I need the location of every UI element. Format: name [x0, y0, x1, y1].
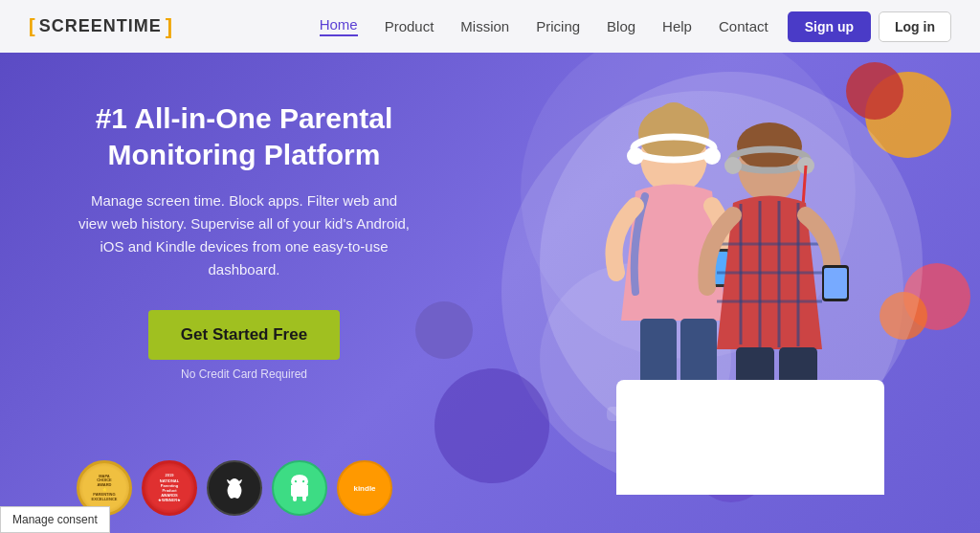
nav-contact[interactable]: Contact — [719, 18, 768, 34]
hero-content: #1 All-in-One Parental Monitoring Platfo… — [0, 53, 412, 381]
login-button[interactable]: Log in — [879, 11, 951, 42]
nav-home[interactable]: Home — [320, 16, 358, 36]
nav-mission[interactable]: Mission — [460, 18, 509, 34]
no-credit-card-text: No Credit Card Required — [77, 367, 412, 381]
cta-button[interactable]: Get Started Free — [148, 310, 340, 360]
main-nav: Home Product Mission Pricing Blog Help C… — [320, 16, 768, 36]
badge-apple — [207, 460, 262, 516]
svg-point-3 — [657, 102, 691, 137]
svg-point-34 — [295, 480, 297, 482]
nav-pricing[interactable]: Pricing — [536, 18, 580, 34]
svg-point-5 — [627, 147, 644, 165]
logo-bracket-right: ] — [166, 16, 172, 37]
hero-description: Manage screen time. Block apps. Filter w… — [77, 189, 412, 281]
badge-android — [272, 460, 327, 516]
logo-text: SCREENTIME — [39, 16, 162, 36]
device-image — [616, 380, 884, 495]
logo[interactable]: [ SCREENTIME ] — [29, 15, 172, 37]
svg-point-16 — [724, 157, 742, 174]
manage-consent-button[interactable]: Manage consent — [0, 506, 110, 533]
hero-section: #1 All-in-One Parental Monitoring Platfo… — [0, 53, 980, 533]
svg-rect-27 — [824, 268, 847, 299]
badge-national: 2019NATIONALParentingProductAWARDS★WINNE… — [142, 460, 197, 516]
nav-help[interactable]: Help — [662, 18, 692, 34]
logo-bracket-left: [ — [29, 15, 35, 37]
header: [ SCREENTIME ] Home Product Mission Pric… — [0, 0, 980, 53]
svg-point-35 — [302, 480, 304, 482]
nav-product[interactable]: Product — [385, 18, 434, 34]
signup-button[interactable]: Sign up — [788, 11, 871, 42]
badge-kindle: kindle — [337, 460, 392, 516]
nav-blog[interactable]: Blog — [607, 18, 635, 34]
svg-point-6 — [703, 147, 721, 165]
badges-area: MAPACHOICEAWARD⭐PARENTINGEXCELLENCE 2019… — [77, 460, 392, 516]
hero-title: #1 All-in-One Parental Monitoring Platfo… — [77, 100, 412, 172]
